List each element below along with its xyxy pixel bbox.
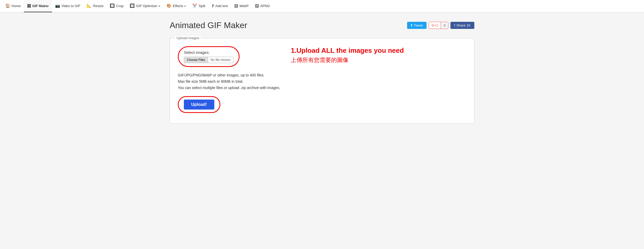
nav-video-to-gif[interactable]: 📷 Video to GIF [52, 0, 84, 12]
facebook-share-button[interactable]: f Share 1K [450, 22, 474, 29]
nav-webp-label: WebP [240, 4, 249, 8]
upload-annotation: 1.Upload ALL the images you need 上傳所有您需要… [291, 46, 466, 64]
video-icon: 📷 [55, 3, 60, 8]
nav-resize-label: Resize [93, 4, 103, 8]
add-text-icon: T [212, 4, 214, 8]
nav-apng[interactable]: 🖼 APNG [252, 0, 273, 12]
header-row: Animated GIF Maker 𝕥 Tweet G+1 0 f Share… [170, 20, 474, 30]
share-label: Share 1K [456, 23, 471, 27]
nav-apng-label: APNG [260, 4, 270, 8]
effects-icon: 🎨 [167, 3, 172, 8]
apng-icon: 🖼 [255, 4, 259, 8]
select-images-oval: Select images: Choose Files No file chos… [178, 46, 240, 67]
nav-webp[interactable]: 🖼 WebP [231, 0, 252, 12]
info-line-3: You can select multiple files or upload … [178, 85, 280, 91]
tweet-label: Tweet [414, 23, 423, 27]
nav-effects[interactable]: 🎨 Effects » [163, 0, 189, 12]
twitter-icon: 𝕥 [411, 23, 412, 27]
upload-section: Upload images Select images: Choose File… [170, 38, 474, 124]
nav-gif-optimizer[interactable]: 🔲 GIF Optimizer » [127, 0, 163, 12]
select-images-label: Select images: [184, 50, 233, 55]
choose-files-button[interactable]: Choose Files [184, 57, 208, 63]
main-content: Animated GIF Maker 𝕥 Tweet G+1 0 f Share… [164, 13, 480, 132]
nav-resize[interactable]: 📐 Resize [84, 0, 107, 12]
nav-video-label: Video to GIF [61, 4, 81, 8]
file-input-row: Choose Files No file chosen [184, 57, 233, 63]
tweet-button[interactable]: 𝕥 Tweet [407, 22, 427, 29]
upload-info: GIF/JPG/PNG/WebP or other images, up to … [178, 72, 280, 91]
upload-left: Select images: Choose Files No file chos… [178, 46, 280, 113]
page-title: Animated GIF Maker [170, 20, 247, 30]
nav-home[interactable]: 🏠 Home [2, 0, 24, 12]
nav-add-text-label: Add text [215, 4, 228, 8]
upload-button[interactable]: Upload! [184, 100, 214, 110]
choose-files-label: Choose Files [187, 58, 205, 62]
info-line-2: Max file size 5MB each or 80MB in total. [178, 79, 280, 85]
gplus-count: 0 [441, 22, 448, 29]
nav-split-label: Split [199, 4, 205, 8]
gif-maker-icon: 🖼 [27, 4, 31, 8]
nav-gif-maker[interactable]: 🖼 GIF Maker [24, 0, 52, 12]
social-buttons: 𝕥 Tweet G+1 0 f Share 1K [407, 22, 474, 29]
annotation-chinese-text: 上傳所有您需要的圖像 [291, 56, 466, 64]
gplus-label: G+1 [432, 23, 438, 27]
navbar: 🏠 Home 🖼 GIF Maker 📷 Video to GIF 📐 Resi… [0, 0, 644, 13]
nav-add-text[interactable]: T Add text [209, 0, 231, 12]
nav-optimizer-label: GIF Optimizer » [136, 4, 160, 8]
nav-crop-label: Crop [116, 4, 123, 8]
upload-legend: Upload images [175, 36, 201, 40]
split-icon: ✂️ [192, 3, 197, 8]
nav-effects-label: Effects » [173, 4, 186, 8]
upload-button-oval: Upload! [178, 96, 220, 113]
resize-icon: 📐 [87, 3, 92, 8]
upload-btn-label: Upload! [191, 102, 207, 107]
gplus-container: G+1 0 [429, 22, 448, 29]
nav-split[interactable]: ✂️ Split [189, 0, 208, 12]
facebook-icon: f [454, 23, 455, 27]
upload-content: Select images: Choose Files No file chos… [178, 46, 466, 113]
webp-icon: 🖼 [234, 4, 238, 8]
crop-icon: 🔲 [110, 3, 115, 8]
home-icon: 🏠 [5, 3, 10, 8]
gplus-button[interactable]: G+1 [429, 22, 441, 29]
nav-home-label: Home [12, 4, 21, 8]
no-file-chosen-text: No file chosen [208, 57, 233, 63]
annotation-main-text: 1.Upload ALL the images you need [291, 46, 466, 55]
optimizer-icon: 🔲 [130, 3, 135, 8]
info-line-1: GIF/JPG/PNG/WebP or other images, up to … [178, 72, 280, 79]
nav-gif-maker-label: GIF Maker [32, 4, 49, 8]
nav-crop[interactable]: 🔲 Crop [107, 0, 127, 12]
